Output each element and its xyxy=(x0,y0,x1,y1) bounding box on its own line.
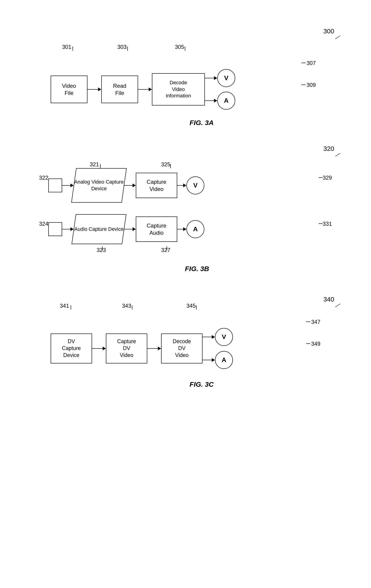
leader-327 xyxy=(167,246,167,251)
arrow-to-a: A xyxy=(205,92,235,110)
capture-video-box: CaptureVideo xyxy=(136,173,177,198)
arrow-to-v-3c: V xyxy=(203,328,233,346)
input-square-322 xyxy=(48,178,62,192)
a-circle-3b: A xyxy=(186,220,204,238)
bottom-flow-row: Audio Capture Device CaptureAudio xyxy=(41,214,353,244)
a-circle: A xyxy=(217,92,235,110)
ref-303: 303 xyxy=(117,44,127,50)
dv-capture-device-box: DVCaptureDevice xyxy=(51,334,92,363)
arrowhead-a xyxy=(214,99,217,103)
leader-345 xyxy=(196,305,196,310)
arrow-line-a xyxy=(205,100,214,101)
ref-327: 327 xyxy=(161,247,170,253)
ref-331: 331 xyxy=(323,221,332,227)
ref-345: 345 xyxy=(186,303,196,309)
diagram-3b: 320 ╱ 322 321 325 329 xyxy=(18,145,353,273)
capture-audio-box: CaptureAudio xyxy=(136,217,177,242)
diagram-3a: 300 ╱ 301 303 305 307 309 VideoFile xyxy=(18,14,353,127)
ref-341: 341 xyxy=(60,303,69,309)
ref-324: 324 xyxy=(39,221,48,227)
leader-325 xyxy=(170,164,171,168)
decode-video-info-box: DecodeVideoInformation xyxy=(152,73,205,105)
output-arrows: V A xyxy=(205,69,235,110)
video-file-box: VideoFile xyxy=(51,75,87,103)
input-square-324 xyxy=(48,222,62,236)
ref-325: 325 xyxy=(161,161,170,168)
fig3c-flow: DVCaptureDevice CaptureDVVideo DecodeDVV… xyxy=(51,314,353,369)
v-circle-3b: V xyxy=(186,176,204,194)
arrow-line-v xyxy=(205,78,214,79)
arrow-audio-to-capture xyxy=(124,227,136,231)
bottom-row-container: 324 323 327 331 xyxy=(41,214,353,244)
ref-329: 329 xyxy=(323,175,332,181)
decode-dv-video-box: DecodeDVVideo xyxy=(161,334,203,363)
leader-331 xyxy=(319,223,323,224)
analog-video-device-label: Analog Video Capture Device xyxy=(74,168,124,203)
top-flow-row: Analog Video Capture Device CaptureVideo xyxy=(41,164,353,203)
ref-305: 305 xyxy=(175,44,184,50)
read-file-box: ReadFile xyxy=(101,75,138,103)
ref-343: 343 xyxy=(122,303,131,309)
leader-321 xyxy=(100,164,101,168)
ref-323: 323 xyxy=(97,247,106,253)
arrow-in-bottom xyxy=(62,227,74,231)
leader-343 xyxy=(132,305,132,310)
arrow-analog-to-capture xyxy=(124,184,136,187)
leader-305 xyxy=(185,47,185,51)
arrow-to-a-bottom xyxy=(177,227,186,231)
capture-dv-video-box: CaptureDVVideo xyxy=(106,334,147,363)
page: 300 ╱ 301 303 305 307 309 VideoFile xyxy=(0,0,371,588)
leader-329 xyxy=(319,177,323,178)
diagram-3c: 340 ╱ 341 343 345 347 349 DVCaptureDevic… xyxy=(18,296,353,388)
fig3b-label: FIG. 3B xyxy=(41,265,353,273)
arrowhead-a-3c xyxy=(212,358,215,362)
ref-321: 321 xyxy=(90,161,99,168)
leader-323 xyxy=(102,246,103,251)
ref-301: 301 xyxy=(62,44,71,50)
arrowhead-v xyxy=(214,76,217,80)
arrowhead-v-3c xyxy=(212,335,215,339)
analog-video-capture-device-wrapper: Analog Video Capture Device xyxy=(74,168,124,203)
arrow-line-v-3c xyxy=(203,337,212,337)
arrow-301-303 xyxy=(87,87,101,91)
fig3c-label: FIG. 3C xyxy=(51,380,353,388)
leader-341 xyxy=(71,305,71,310)
arrow-303-305 xyxy=(138,87,152,91)
leader-301 xyxy=(72,47,73,51)
arrow-341-343 xyxy=(92,347,106,350)
audio-capture-device-wrapper: Audio Capture Device xyxy=(74,214,124,244)
arrow-line-a-3c xyxy=(203,360,212,360)
v-circle-3c: V xyxy=(215,328,233,346)
leader-303 xyxy=(127,47,128,51)
arrow-to-v: V xyxy=(205,69,235,87)
arrow-to-a-3c: A xyxy=(203,351,233,369)
a-circle-3c: A xyxy=(215,351,233,369)
ref-322: 322 xyxy=(39,175,48,181)
arrow-in-top xyxy=(62,184,74,187)
v-circle: V xyxy=(217,69,235,87)
top-row-container: 322 321 325 329 xyxy=(41,164,353,203)
output-arrows-3c: V A xyxy=(203,328,233,369)
audio-device-label: Audio Capture Device xyxy=(74,214,124,244)
arrow-343-345 xyxy=(147,347,161,350)
fig3a-number: 300 xyxy=(323,28,334,35)
fig3a-label: FIG. 3A xyxy=(51,119,353,127)
arrow-to-v-top xyxy=(177,184,186,187)
